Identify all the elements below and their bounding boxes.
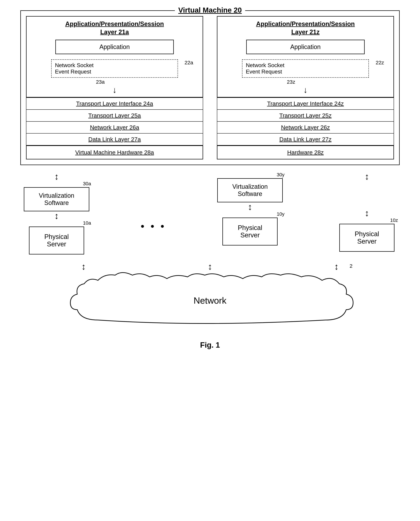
right-layer-group-title: Application/Presentation/SessionLayer 21… bbox=[221, 20, 390, 36]
left-transport-layer: Transport Layer 25a bbox=[26, 110, 203, 122]
right-transport-layer: Transport Layer 25z bbox=[217, 110, 394, 122]
network-section: ↕ ↕ ↕ 2 Network bbox=[20, 261, 400, 330]
network-tag: 2 bbox=[350, 263, 352, 269]
below-vm-section: ↕ 30a Virtualization Software ↕ 10a Phys… bbox=[20, 172, 400, 254]
virt-mid-box: Virtualization Software bbox=[217, 178, 283, 202]
left-tag-22: 22a bbox=[185, 60, 193, 66]
fig-label: Fig. 1 bbox=[20, 341, 400, 349]
network-cloud: Network bbox=[63, 272, 357, 330]
virt-mid-tag: 30y bbox=[277, 172, 285, 177]
phys-left-tag: 10a bbox=[83, 220, 91, 226]
phys-right-box: Physical Server bbox=[339, 224, 395, 252]
vm20-title: Virtual Machine 20 bbox=[175, 6, 245, 14]
left-application-label: Application bbox=[99, 43, 130, 50]
right-network-layer: Network Layer 26z bbox=[217, 122, 394, 134]
left-dashed-box: Network Socket Event Request 22a bbox=[51, 59, 178, 78]
virt-left-tag: 30a bbox=[83, 181, 91, 186]
left-tag-23: 23a bbox=[96, 79, 105, 85]
left-hardware: Virtual Machine Hardware 28a bbox=[26, 146, 203, 159]
left-application-box: Application bbox=[55, 40, 174, 54]
phys-right-tag: 10z bbox=[390, 218, 398, 223]
cloud-arrow-left: ↕ bbox=[81, 261, 86, 272]
right-hardware: Hardware 28z bbox=[217, 146, 394, 159]
right-tag-23: 23z bbox=[287, 79, 295, 85]
left-vm-arrow: ↕ bbox=[54, 172, 59, 181]
right-transport-interface: Transport Layer Interface 24z bbox=[217, 98, 394, 110]
left-arrow-down: ↓ bbox=[30, 86, 199, 94]
right-layer-group: Application/Presentation/SessionLayer 21… bbox=[217, 16, 394, 98]
virt-left-box: Virtualization Software bbox=[24, 187, 89, 211]
left-virt-section: ↕ 30a Virtualization Software ↕ 10a Phys… bbox=[20, 172, 93, 254]
mid-virt-arrow: ↕ bbox=[248, 202, 252, 211]
right-phys-section: ↕ ↕ 10z Physical Server bbox=[334, 172, 400, 252]
diagram: Virtual Machine 20 Application/Presentat… bbox=[20, 10, 400, 349]
left-dashed-line1: Network Socket bbox=[55, 62, 94, 68]
right-phys-arrow: ↕ bbox=[365, 209, 369, 218]
vm20-box: Virtual Machine 20 Application/Presentat… bbox=[20, 10, 400, 165]
right-arrow-down: ↓ bbox=[221, 86, 390, 94]
right-hw-arrow: ↕ bbox=[365, 172, 369, 181]
left-data-link: Data Link Layer 27a bbox=[26, 134, 203, 146]
right-dashed-line2: Event Request bbox=[246, 69, 282, 75]
left-network-layer: Network Layer 26a bbox=[26, 122, 203, 134]
left-column: Application/Presentation/SessionLayer 21… bbox=[26, 16, 203, 159]
left-virt-arrow: ↕ bbox=[54, 211, 59, 220]
dots-section: • • • bbox=[141, 172, 166, 232]
left-layer-group-title: Application/Presentation/SessionLayer 21… bbox=[30, 20, 199, 36]
two-col-layout: Application/Presentation/SessionLayer 21… bbox=[26, 16, 394, 159]
right-tag-22: 22z bbox=[376, 60, 384, 66]
right-data-link: Data Link Layer 27z bbox=[217, 134, 394, 146]
network-label: Network bbox=[194, 296, 227, 306]
cloud-arrow-mid: ↕ bbox=[208, 261, 212, 272]
cloud-arrow-right: ↕ 2 bbox=[334, 261, 339, 272]
right-column: Application/Presentation/SessionLayer 21… bbox=[217, 16, 394, 159]
right-dashed-line1: Network Socket bbox=[246, 62, 285, 68]
right-application-box: Application bbox=[246, 40, 365, 54]
left-dashed-line2: Event Request bbox=[55, 69, 91, 75]
left-transport-interface: Transport Layer Interface 24a bbox=[26, 98, 203, 110]
mid-virt-section: 30y Virtualization Software ↕ 10y Physic… bbox=[214, 172, 286, 245]
cloud-arrows: ↕ ↕ ↕ 2 bbox=[20, 261, 400, 272]
phys-left-box: Physical Server bbox=[29, 227, 84, 254]
phys-mid-tag: 10y bbox=[277, 211, 285, 217]
right-application-label: Application bbox=[290, 43, 321, 50]
phys-mid-box: Physical Server bbox=[222, 218, 278, 245]
left-layer-group: Application/Presentation/SessionLayer 21… bbox=[26, 16, 203, 98]
right-dashed-box: Network Socket Event Request 22z bbox=[242, 59, 369, 78]
